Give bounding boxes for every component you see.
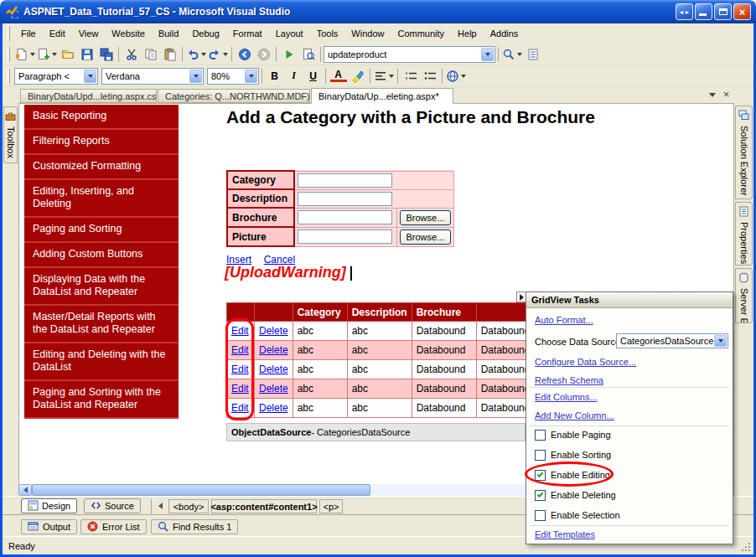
- numbered-list-button[interactable]: [401, 67, 420, 85]
- combobox-dropdown-button[interactable]: [481, 48, 494, 61]
- toolbar-grip[interactable]: [8, 47, 10, 62]
- font-size-combobox[interactable]: 80%: [207, 68, 259, 85]
- sidebar-item-customized-formatting[interactable]: Customized Formatting: [24, 155, 179, 180]
- output-panel-button[interactable]: Output: [21, 519, 77, 534]
- tab-close-button[interactable]: ×: [720, 88, 733, 101]
- objectdatasource-control[interactable]: ObjectDataSource - CategoriesDataSource: [226, 423, 526, 441]
- enable-paging-checkbox[interactable]: Enable Paging: [535, 429, 611, 441]
- window-arrows-button[interactable]: ◄►: [676, 3, 693, 20]
- combobox-dropdown-button[interactable]: [189, 70, 202, 83]
- configure-data-source-link[interactable]: Configure Data Source...: [535, 357, 636, 367]
- menu-build[interactable]: Build: [152, 25, 185, 42]
- paste-button[interactable]: [160, 45, 179, 64]
- scroll-left-button[interactable]: [18, 484, 32, 496]
- sidebar-tab-properties[interactable]: Properties: [735, 202, 753, 266]
- refresh-schema-link[interactable]: Refresh Schema: [535, 375, 603, 385]
- checkbox-box[interactable]: [535, 490, 546, 501]
- edit-templates-link[interactable]: Edit Templates: [535, 529, 595, 539]
- menu-community[interactable]: Community: [391, 25, 451, 42]
- toolbar-grip[interactable]: [8, 26, 10, 41]
- highlight-button[interactable]: [348, 67, 367, 85]
- tag-nav-p[interactable]: <p>: [319, 499, 343, 513]
- sidebar-item-basic-reporting[interactable]: Basic Reporting: [24, 105, 179, 130]
- delete-link[interactable]: Delete: [259, 325, 288, 337]
- brochure-file-input[interactable]: [298, 210, 392, 224]
- close-button[interactable]: ×: [733, 3, 751, 20]
- sidebar-item-displaying-data[interactable]: Displaying Data with the DataList and Re…: [24, 268, 179, 306]
- redo-button[interactable]: [207, 45, 229, 64]
- tab-binarydata-cs[interactable]: BinaryData/Upd...leting.aspx.cs: [20, 89, 157, 103]
- save-all-button[interactable]: [96, 45, 116, 64]
- menu-help[interactable]: Help: [451, 25, 484, 42]
- find-in-files-button[interactable]: [501, 45, 523, 64]
- sidebar-item-editing-deleting-datalist[interactable]: Editing and Deleting with the DataList: [24, 343, 179, 381]
- tag-nav-scroll-left-button[interactable]: [154, 499, 167, 512]
- tag-nav-asp-content[interactable]: <asp:content#content1>: [211, 499, 317, 513]
- tag-nav-body[interactable]: <body>: [168, 499, 209, 513]
- sidebar-item-filtering-reports[interactable]: Filtering Reports: [24, 130, 179, 155]
- bullet-list-button[interactable]: [420, 67, 439, 85]
- maximize-button[interactable]: [714, 3, 732, 20]
- sidebar-tab-toolbox[interactable]: Toolbox: [3, 106, 18, 163]
- data-source-combobox[interactable]: CategoriesDataSource: [616, 333, 728, 348]
- edit-columns-link[interactable]: Edit Columns...: [535, 392, 598, 402]
- menu-view[interactable]: View: [72, 25, 106, 42]
- new-project-button[interactable]: [14, 45, 36, 64]
- picture-browse-button[interactable]: Browse...: [400, 230, 452, 245]
- start-debugging-button[interactable]: [279, 45, 298, 64]
- save-button[interactable]: [77, 45, 96, 64]
- enable-selection-checkbox[interactable]: Enable Selection: [535, 509, 620, 521]
- sidebar-item-editing-inserting-deleting[interactable]: Editing, Inserting, and Deleting: [24, 180, 179, 218]
- delete-link[interactable]: Delete: [259, 364, 288, 375]
- find-results-panel-button[interactable]: Find Results 1: [151, 519, 238, 534]
- sidebar-tab-server-explorer[interactable]: Server E...: [735, 268, 753, 323]
- menu-website[interactable]: Website: [105, 25, 152, 42]
- brochure-browse-button[interactable]: Browse...: [400, 210, 452, 225]
- menu-tools[interactable]: Tools: [310, 25, 345, 42]
- delete-link[interactable]: Delete: [259, 383, 288, 395]
- align-button[interactable]: [373, 67, 395, 85]
- menu-file[interactable]: File: [14, 25, 43, 42]
- bold-button[interactable]: B: [265, 67, 284, 85]
- cut-button[interactable]: [122, 45, 141, 64]
- sidebar-item-master-detail[interactable]: Master/Detail Reports with the DataList …: [24, 306, 179, 343]
- picture-file-input[interactable]: [298, 230, 392, 244]
- tab-list-dropdown-button[interactable]: [706, 89, 718, 101]
- checkbox-box[interactable]: [535, 430, 546, 441]
- underline-button[interactable]: U: [303, 67, 323, 85]
- font-color-button[interactable]: A: [329, 67, 348, 85]
- sidebar-item-paging-sorting[interactable]: Paging and Sorting: [24, 218, 179, 243]
- scrollbar-thumb[interactable]: [32, 484, 370, 496]
- enable-sorting-checkbox[interactable]: Enable Sorting: [535, 449, 611, 461]
- menu-window[interactable]: Window: [344, 25, 391, 42]
- resize-grip[interactable]: [748, 549, 750, 551]
- delete-link[interactable]: Delete: [259, 402, 288, 414]
- sidebar-item-paging-sorting-datalist[interactable]: Paging and Sorting with the DataList and…: [24, 381, 179, 419]
- tab-categories-mdf[interactable]: Categories: Q...NORTHWND.MDF): [158, 89, 310, 103]
- checkbox-box[interactable]: [535, 450, 546, 461]
- copy-button[interactable]: [141, 45, 160, 64]
- checkbox-box[interactable]: [535, 510, 546, 521]
- source-view-button[interactable]: Source: [84, 498, 141, 513]
- sidebar-item-adding-custom-buttons[interactable]: Adding Custom Buttons: [24, 243, 179, 268]
- design-view-button[interactable]: Design: [21, 498, 77, 513]
- navigate-back-button[interactable]: [235, 45, 254, 64]
- delete-link[interactable]: Delete: [259, 344, 288, 356]
- add-item-button[interactable]: [36, 45, 58, 64]
- font-name-combobox[interactable]: Verdana: [101, 68, 204, 85]
- combobox-dropdown-button[interactable]: [714, 335, 727, 347]
- menu-addins[interactable]: Addins: [484, 25, 526, 42]
- auto-format-link[interactable]: Auto Format...: [535, 315, 593, 325]
- block-format-combobox[interactable]: Paragraph <: [14, 68, 98, 85]
- menu-layout[interactable]: Layout: [269, 25, 310, 42]
- hyperlink-button[interactable]: [445, 67, 467, 85]
- combobox-dropdown-button[interactable]: [245, 70, 257, 83]
- tab-binarydata-aspx-active[interactable]: BinaryData/Up...eleting.aspx*: [311, 88, 453, 104]
- combobox-dropdown-button[interactable]: [84, 70, 96, 83]
- italic-button[interactable]: I: [284, 67, 303, 85]
- sidebar-tab-solution-explorer[interactable]: Solution Explorer: [735, 106, 753, 199]
- navigate-forward-button[interactable]: [254, 45, 273, 64]
- menu-edit[interactable]: Edit: [43, 25, 72, 42]
- description-input[interactable]: [298, 192, 392, 206]
- toolbar-combobox[interactable]: updateproduct: [324, 46, 495, 63]
